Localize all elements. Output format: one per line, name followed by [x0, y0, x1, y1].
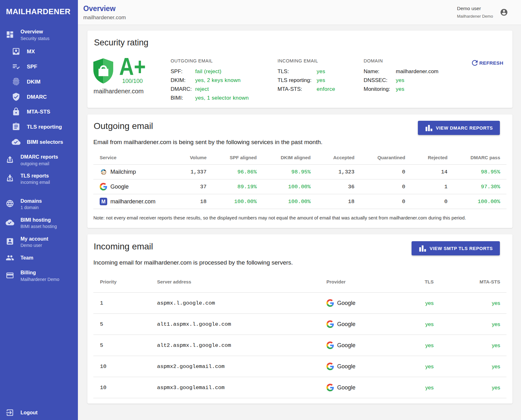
svg-text:M: M — [101, 199, 105, 204]
